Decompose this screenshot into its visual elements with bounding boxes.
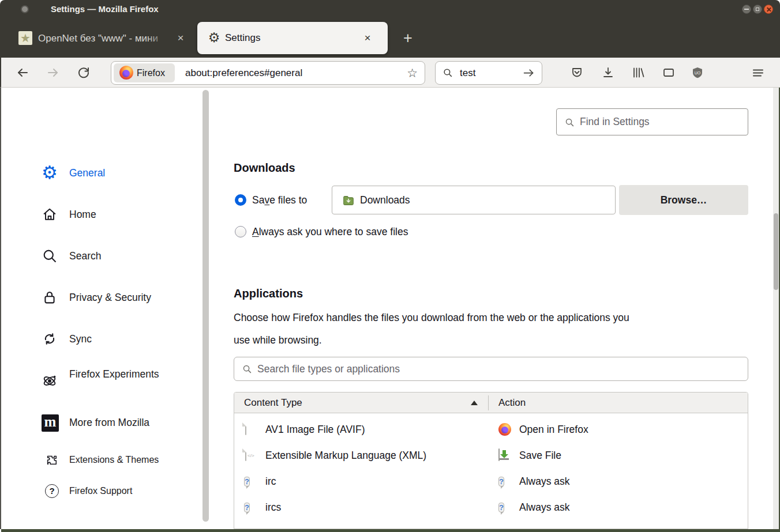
column-action[interactable]: Action: [498, 393, 526, 413]
always-ask-label[interactable]: Always ask you where to save files: [252, 225, 408, 238]
navigation-toolbar: Firefox about:preferences#general ☆ test: [0, 58, 780, 88]
applications-description-line1: Choose how Firefox handles the files you…: [234, 307, 629, 329]
url-text[interactable]: about:preferences#general: [185, 62, 302, 84]
applications-heading: Applications: [234, 287, 303, 300]
sort-ascending-icon: [471, 401, 478, 405]
filetype-search-input[interactable]: Search file types or applications: [234, 357, 748, 381]
close-window-button[interactable]: [764, 5, 773, 14]
reload-icon[interactable]: [77, 66, 91, 80]
home-icon: [42, 206, 58, 222]
column-content-type[interactable]: Content Type: [244, 393, 302, 413]
window-controls: [742, 5, 773, 14]
search-go-icon[interactable]: [523, 67, 535, 79]
xml-file-icon: </>: [244, 449, 257, 462]
library-icon[interactable]: [631, 66, 645, 80]
titlebar: Settings — Mozilla Firefox: [0, 0, 780, 18]
desktop-edge-bottom: [1, 529, 780, 532]
chip-label: Firefox: [137, 63, 165, 82]
search-icon: [565, 118, 575, 127]
search-value[interactable]: test: [460, 62, 475, 84]
find-in-settings-input[interactable]: Find in Settings: [556, 108, 748, 135]
table-row[interactable]: AV1 Image File (AVIF) Open in Firefox: [234, 417, 748, 443]
question-icon: ?: [498, 475, 511, 488]
download-path-field[interactable]: Downloads: [332, 186, 616, 214]
tab-bar: ★ OpenNet без "www" - мини × ⚙ Settings …: [0, 18, 780, 58]
question-icon: ?: [498, 501, 511, 514]
bookmark-star-icon[interactable]: ☆: [407, 62, 418, 84]
help-icon: ?: [45, 484, 59, 498]
gear-icon: ⚙: [207, 30, 222, 45]
save-file-icon: [498, 449, 511, 462]
filetype-search-placeholder: Search file types or applications: [257, 357, 400, 380]
main-area: ⚙ General Home Search Privacy & Security: [0, 88, 780, 529]
pocket-icon[interactable]: [570, 66, 584, 80]
sidebars-icon[interactable]: [662, 66, 676, 80]
tab-title: OpenNet без "www" - мини: [38, 33, 158, 44]
save-files-label[interactable]: Save files to: [252, 194, 307, 206]
sync-icon: [42, 331, 58, 347]
menu-icon[interactable]: [751, 66, 765, 80]
search-icon: [442, 67, 453, 78]
tab-title: Settings: [225, 31, 260, 46]
table-row[interactable]: </> Extensible Markup Language (XML) Sav…: [234, 443, 748, 469]
browse-button[interactable]: Browse…: [619, 185, 748, 215]
close-tab-icon[interactable]: ×: [174, 29, 187, 47]
svg-text:UO: UO: [695, 71, 701, 75]
downloads-icon[interactable]: [601, 66, 615, 80]
new-tab-button[interactable]: +: [398, 29, 418, 48]
search-bar[interactable]: test: [435, 61, 542, 85]
window-menu-icon[interactable]: [21, 5, 29, 13]
minimize-button[interactable]: [742, 5, 751, 14]
firefox-window: Settings — Mozilla Firefox ★ OpenNet без…: [0, 0, 780, 532]
question-icon: ?: [244, 501, 257, 514]
table-row[interactable]: ? mailto Use Evolution (default): [234, 520, 748, 529]
page-scrollbar-thumb[interactable]: [774, 213, 778, 290]
firefox-icon: [498, 423, 511, 436]
ublock-icon[interactable]: UO: [691, 66, 704, 80]
question-icon: ?: [244, 475, 257, 488]
sidebar-scrollbar[interactable]: [202, 90, 209, 522]
url-bar[interactable]: Firefox about:preferences#general ☆: [111, 61, 425, 85]
table-row[interactable]: ? ircs ? Always ask: [234, 495, 748, 520]
mozilla-logo-icon: m: [42, 414, 59, 432]
applications-description-line2: use while browsing.: [234, 329, 322, 352]
puzzle-icon: [45, 453, 59, 467]
file-icon: [244, 423, 257, 436]
always-ask-radio[interactable]: [235, 226, 246, 237]
lock-icon: [42, 289, 58, 305]
star-favicon-icon: ★: [18, 31, 32, 45]
applications-table: Content Type Action AV1 Image File (AVIF…: [234, 392, 748, 529]
atom-icon: [42, 373, 58, 389]
back-icon[interactable]: [16, 66, 29, 80]
page-scrollbar-track[interactable]: [773, 88, 779, 529]
table-row[interactable]: ? irc ? Always ask: [234, 469, 748, 495]
window-title: Settings — Mozilla Firefox: [51, 0, 159, 18]
maximize-button[interactable]: [753, 5, 762, 14]
table-body: AV1 Image File (AVIF) Open in Firefox </…: [234, 413, 748, 529]
table-header: Content Type Action: [234, 393, 748, 413]
search-icon: [42, 248, 58, 264]
firefox-logo-icon: [119, 66, 133, 80]
folder-icon: [342, 194, 355, 207]
tab-opennet[interactable]: ★ OpenNet без "www" - мини ×: [3, 22, 192, 54]
close-tab-icon[interactable]: ×: [361, 29, 374, 47]
site-identity-chip[interactable]: Firefox: [114, 63, 175, 82]
find-placeholder: Find in Settings: [580, 109, 650, 135]
downloads-heading: Downloads: [234, 161, 295, 175]
search-icon: [242, 364, 252, 374]
download-path-value: Downloads: [360, 186, 410, 214]
column-divider: [488, 395, 489, 410]
tab-settings[interactable]: ⚙ Settings ×: [197, 22, 388, 54]
forward-icon[interactable]: [46, 66, 60, 80]
gear-icon: ⚙: [42, 165, 58, 181]
save-files-radio[interactable]: [235, 194, 246, 206]
